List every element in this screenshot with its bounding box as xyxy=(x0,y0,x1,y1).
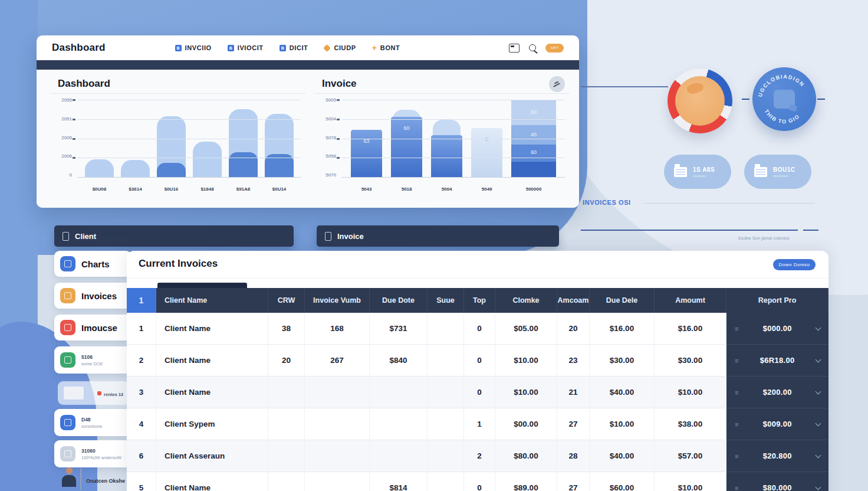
client-icon xyxy=(63,232,69,241)
y-tick-label: 5005 xyxy=(326,97,336,103)
badge-left-dash xyxy=(742,99,749,100)
sidebar-item-1[interactable]: Invoices xyxy=(54,283,131,309)
nav-item-label: DICIT xyxy=(290,44,308,51)
cell: 0 xyxy=(464,345,495,377)
report-cell[interactable]: ≡$000.00 xyxy=(726,313,828,345)
chevron-down-icon[interactable] xyxy=(816,484,821,490)
bar-solid: 60 xyxy=(391,117,422,177)
report-cell[interactable]: ≡$6R18.00 xyxy=(726,345,828,377)
cell: 0 xyxy=(464,313,495,345)
bar-solid: 63 xyxy=(351,130,382,177)
chevron-down-icon[interactable] xyxy=(816,388,821,394)
app-square-icon: B xyxy=(175,45,182,51)
app-square-icon: B xyxy=(228,45,234,51)
report-cell[interactable]: ≡$009.00 xyxy=(726,408,828,440)
cell: $05.00 xyxy=(495,313,557,345)
c2-xlabels: 5043501850045049500000 xyxy=(342,186,565,192)
cell: 0 xyxy=(464,377,495,408)
chart-options-button[interactable] xyxy=(549,76,565,92)
cell xyxy=(268,472,305,491)
chevron-down-icon[interactable] xyxy=(816,356,821,362)
cell xyxy=(428,377,464,408)
sidebar-item-0[interactable]: Charts xyxy=(54,251,131,277)
cell: $10.00 xyxy=(495,345,557,377)
cell: 27 xyxy=(557,472,590,491)
bar-paid xyxy=(229,152,258,177)
y-tick-label: 2006 xyxy=(61,153,72,159)
y-tick-label: 5078 xyxy=(326,135,336,140)
chevron-down-icon[interactable] xyxy=(816,452,821,458)
y-tick-label: 0 xyxy=(70,172,72,178)
report-value: $6R18.00 xyxy=(760,356,795,365)
search-icon[interactable] xyxy=(529,44,536,51)
placeholder-block xyxy=(64,387,84,400)
report-cell[interactable]: ≡$80.000 xyxy=(726,472,828,491)
column-header: Clomke xyxy=(495,288,557,313)
avatar-head xyxy=(66,467,73,474)
sidebar-item-3[interactable]: 5106some DOE xyxy=(54,346,131,374)
invoices-section-label: INVOICES OSI xyxy=(583,199,631,206)
x-tick-label: $3614 xyxy=(121,186,150,192)
cell: $60.00 xyxy=(590,472,655,491)
cell: $814 xyxy=(370,472,428,491)
nav-item-ciudp[interactable]: CIUDP xyxy=(324,44,356,51)
y-tick-label: 5004 xyxy=(326,116,336,122)
cell: $10.00 xyxy=(655,472,726,491)
table-grid-wrap: 1Client NameCRWInvoice VumbDue DoteSuueT… xyxy=(127,288,828,491)
account-pill-button[interactable]: ARIT xyxy=(545,44,564,53)
list-icon: ≡ xyxy=(735,357,738,364)
sidebar-item-5[interactable]: D48sonorbone xyxy=(54,409,131,436)
client-button[interactable]: Client xyxy=(54,225,294,247)
connector-line xyxy=(581,86,668,87)
cell: 5 xyxy=(127,472,156,491)
cell: 2 xyxy=(127,345,156,377)
list-icon: ≡ xyxy=(735,325,738,332)
sidebar-footer-label: Onatcen Okshe xyxy=(86,478,125,484)
table-action-button[interactable]: Down Domso xyxy=(773,259,816,270)
nav-item-bont[interactable]: +BONT xyxy=(372,44,400,51)
sidebar-item-6[interactable]: 31060100%UW andersoW xyxy=(54,440,131,467)
sidebar-item-icon xyxy=(60,288,75,303)
stat-pill-0[interactable]: 1S A8Swvooaot xyxy=(664,155,731,189)
cell: $80.00 xyxy=(495,440,557,472)
sidebar-item-text: Imoucse xyxy=(81,323,117,333)
avatar-body xyxy=(62,475,76,487)
dashboard-chart-title: Dashboard xyxy=(50,74,307,93)
nav-item-iviocit[interactable]: BIVIOCIT xyxy=(228,44,264,51)
cell xyxy=(268,408,305,440)
nav-item-dicit[interactable]: BDICIT xyxy=(280,44,308,51)
donut-chart xyxy=(668,68,732,133)
report-cell[interactable]: ≡$20.800 xyxy=(726,440,828,472)
chevron-down-icon[interactable] xyxy=(816,420,821,426)
invoice-button[interactable]: Invoice xyxy=(317,225,559,247)
bar-solid: E xyxy=(471,128,502,177)
cell: $731 xyxy=(370,313,428,345)
invoice-button-label: Invoice xyxy=(337,232,364,241)
column-header: Client Name xyxy=(156,288,268,313)
nav-item-invciio[interactable]: BINVCIIO xyxy=(175,44,212,51)
sidebar-item-label: Invoices xyxy=(81,291,117,301)
cell: $00.00 xyxy=(495,408,557,440)
gridline xyxy=(342,158,565,158)
gallery-icon[interactable] xyxy=(509,44,520,53)
current-invoices-card: Current Invoices Down Domso 1Client Name… xyxy=(127,251,828,491)
nav-item-label: INVCIIO xyxy=(185,44,212,51)
cell: $10.00 xyxy=(590,408,655,440)
user-avatar[interactable] xyxy=(61,467,77,491)
report-value: $80.000 xyxy=(763,483,792,491)
sidebar-item-2[interactable]: Imoucse xyxy=(54,315,131,341)
cell: $89.00 xyxy=(495,472,557,491)
cell: $30.00 xyxy=(655,345,726,377)
report-value: $009.00 xyxy=(763,420,792,428)
dashboard-chart: 20552051200520060 $0U08$3614$0U16$1848$9… xyxy=(50,94,307,201)
cell: 38 xyxy=(268,313,305,345)
column-header: Suue xyxy=(428,288,464,313)
report-cell[interactable]: ≡$200.00 xyxy=(726,377,828,408)
sidebar-item-label: 31060 xyxy=(81,448,121,454)
x-tick-label: $0U16 xyxy=(157,186,186,192)
sidebar-item-4[interactable]: renlos 13 xyxy=(58,381,129,405)
c2-ylabels: 50055004507850585070 xyxy=(316,97,336,178)
stat-pill-1[interactable]: BOU1Cmuuriced xyxy=(744,155,811,189)
chevron-down-icon[interactable] xyxy=(816,325,821,330)
chart-title-text: Dashboard xyxy=(58,78,110,90)
